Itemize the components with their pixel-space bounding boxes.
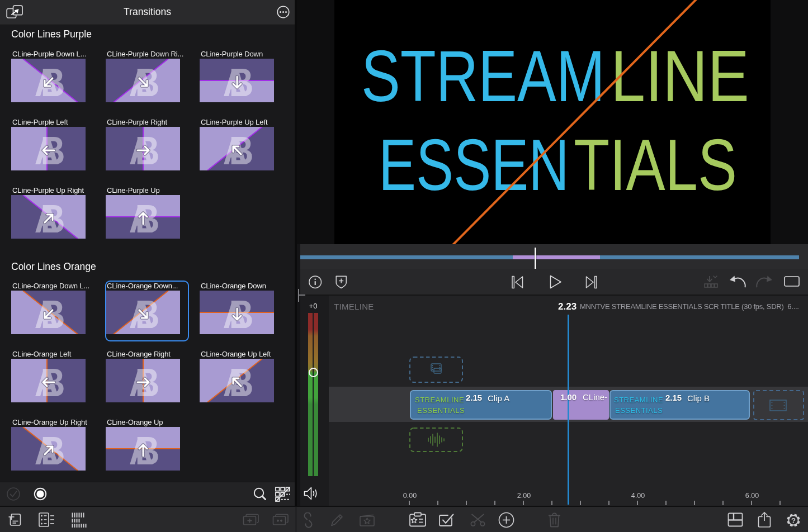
svg-text:B: B — [229, 60, 254, 102]
svg-text:LINE: LINE — [611, 36, 749, 116]
svg-text:?: ? — [791, 516, 796, 525]
svg-text:TIALS: TIALS — [574, 125, 737, 205]
svg-text:STREAM: STREAM — [361, 36, 605, 116]
svg-text:ESSEN: ESSEN — [379, 125, 569, 205]
svg-text:B: B — [229, 292, 254, 334]
